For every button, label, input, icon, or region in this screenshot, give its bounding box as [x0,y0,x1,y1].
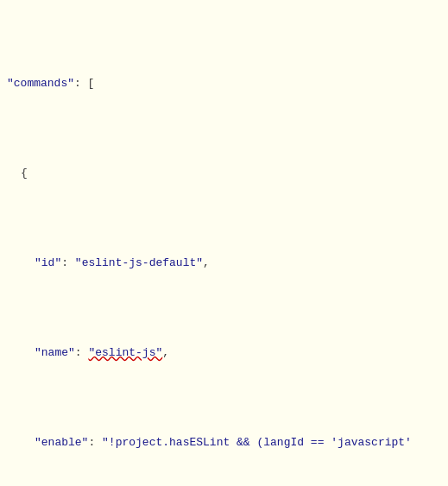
line-enable-1: "enable": "!project.hasESLint && (langId… [0,434,448,452]
line-open-brace-1: { [0,165,448,183]
line-id-1: "id": "eslint-js-default", [0,255,448,273]
key-commands: "commands" [7,75,74,93]
code-block: "commands": [ { "id": "eslint-js-default… [0,0,448,486]
line-name-1: "name": "eslint-js", [0,344,448,363]
line-commands: "commands": [ [0,75,448,93]
